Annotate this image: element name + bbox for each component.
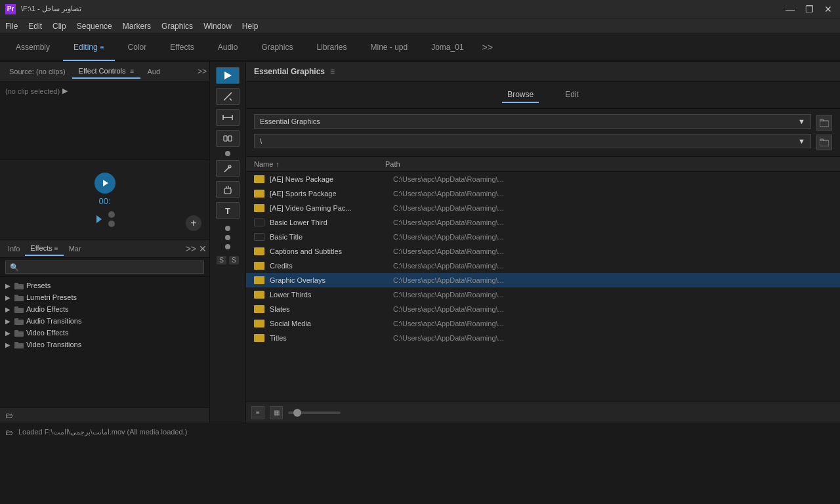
tree-item-audio-transitions[interactable]: ▶ Audio Transitions: [0, 315, 209, 327]
tab-markers[interactable]: Mar: [64, 242, 87, 255]
tab-effect-controls[interactable]: Effect Controls ≡: [72, 64, 141, 79]
eg-tab-browse[interactable]: Browse: [502, 87, 539, 103]
tab-effects[interactable]: Effects: [159, 35, 204, 61]
bottom-bar: 🗁 Loaded F:\امانت\برجمی\اامت.mov (All me…: [0, 423, 840, 441]
menu-markers[interactable]: Markers: [123, 22, 151, 31]
folder-icon: [254, 276, 264, 284]
effects-tabs: Info Effects ≡ Mar >> ✕: [0, 240, 209, 258]
effects-more-button[interactable]: >>: [186, 243, 196, 254]
menu-bar: File Edit Clip Sequence Markers Graphics…: [0, 18, 840, 34]
list-item[interactable]: Lower Thirds C:\Users\apc\AppData\Roamin…: [246, 287, 840, 302]
audio-effects-arrow-icon: ▶: [5, 306, 12, 313]
eg-list-view-button[interactable]: ≡: [251, 406, 264, 419]
tab-effects[interactable]: Effects ≡: [25, 242, 63, 256]
add-button[interactable]: +: [186, 215, 201, 231]
no-clip-label: (no clip selected) ▶: [5, 87, 204, 95]
list-item[interactable]: Social Media C:\Users\apc\AppData\Roamin…: [246, 316, 840, 331]
svg-rect-13: [14, 343, 24, 348]
eg-manage-folder-button[interactable]: [816, 115, 832, 131]
folder-icon: [254, 334, 264, 342]
text-tool-button[interactable]: T: [216, 202, 240, 219]
eg-path-row: \ ▼: [254, 134, 832, 151]
tab-graphics[interactable]: Graphics: [251, 35, 303, 61]
menu-sequence[interactable]: Sequence: [77, 22, 112, 31]
select-tool-button[interactable]: [216, 67, 240, 84]
tab-mine-upd[interactable]: Mine - upd: [360, 35, 418, 61]
no-clip-arrow-icon: ▶: [62, 87, 68, 95]
maximize-button[interactable]: ❐: [803, 4, 816, 14]
effect-controls-menu-icon: ≡: [131, 68, 135, 75]
eg-dropdown-area: Essential Graphics ▼ \ ▼: [246, 109, 840, 157]
left-section: Source: (no clips) Effect Controls ≡ Aud…: [0, 62, 210, 423]
clip-icon: [254, 219, 264, 226]
effects-search-input[interactable]: [5, 261, 204, 274]
svg-rect-11: [14, 331, 24, 337]
tree-item-audio-effects[interactable]: ▶ Audio Effects: [0, 303, 209, 315]
eg-library-dropdown[interactable]: Essential Graphics ▼: [254, 114, 811, 129]
eg-list-header: Name ↑ Path: [246, 157, 840, 172]
menu-clip[interactable]: Clip: [52, 22, 66, 31]
list-item[interactable]: Captions and Subtitles C:\Users\apc\AppD…: [246, 244, 840, 259]
tab-source[interactable]: Source: (no clips): [3, 65, 72, 78]
svg-rect-29: [820, 121, 829, 127]
tab-assembly[interactable]: Assembly: [5, 35, 60, 61]
eg-browse-folder-button[interactable]: [816, 135, 832, 150]
rolling-edit-button[interactable]: [216, 130, 240, 147]
status-text: Loaded F:\امانت\برجمی\اامت.mov (All medi…: [18, 428, 187, 436]
tree-item-video-transitions[interactable]: ▶ Video Transitions: [0, 339, 209, 350]
list-item[interactable]: Graphic Overlays C:\Users\apc\AppData\Ro…: [246, 273, 840, 287]
menu-help[interactable]: Help: [242, 22, 259, 31]
effects-close-button[interactable]: ✕: [199, 243, 207, 254]
minimize-button[interactable]: —: [783, 4, 797, 14]
list-item[interactable]: Basic Title C:\Users\apc\AppData\Roaming…: [246, 230, 840, 244]
ripple-edit-button[interactable]: [216, 109, 240, 126]
bottom-folder-icon[interactable]: 🗁: [5, 428, 13, 437]
audio-transitions-arrow-icon: ▶: [5, 318, 12, 325]
tab-aud[interactable]: Aud: [140, 65, 167, 78]
list-item[interactable]: Basic Lower Third C:\Users\apc\AppData\R…: [246, 215, 840, 230]
eg-grid-view-button[interactable]: ▦: [270, 406, 283, 419]
list-item[interactable]: [AE] Sports Package C:\Users\apc\AppData…: [246, 186, 840, 201]
svg-rect-10: [14, 318, 18, 320]
svg-rect-12: [14, 330, 18, 332]
menu-window[interactable]: Window: [203, 22, 232, 31]
menu-file[interactable]: File: [5, 22, 18, 31]
eg-zoom-slider[interactable]: [288, 411, 341, 414]
tab-joma01[interactable]: Joma_01: [421, 35, 474, 61]
workspace-more-button[interactable]: >>: [477, 39, 498, 55]
hand-tool-button[interactable]: [216, 181, 240, 198]
tree-item-lumetri[interactable]: ▶ Lumetri Presets: [0, 291, 209, 303]
pen-tool-button[interactable]: [216, 160, 240, 177]
effects-panel-folder-icon[interactable]: 🗁: [5, 411, 13, 420]
list-item[interactable]: [AE] News Package C:\Users\apc\AppData\R…: [246, 172, 840, 186]
menu-edit[interactable]: Edit: [28, 22, 42, 31]
window-controls[interactable]: — ❐ ✕: [783, 4, 835, 14]
svg-rect-30: [820, 140, 829, 146]
list-item[interactable]: Credits C:\Users\apc\AppData\Roaming\...: [246, 259, 840, 273]
close-button[interactable]: ✕: [822, 4, 835, 14]
list-item[interactable]: Titles C:\Users\apc\AppData\Roaming\...: [246, 331, 840, 345]
tree-item-video-effects[interactable]: ▶ Video Effects: [0, 327, 209, 339]
s-button-1[interactable]: S: [217, 256, 226, 264]
tab-libraries[interactable]: Libraries: [306, 35, 357, 61]
tab-editing[interactable]: Editing ≡: [63, 35, 115, 61]
tab-audio[interactable]: Audio: [207, 35, 249, 61]
eg-tab-edit[interactable]: Edit: [560, 87, 584, 103]
menu-graphics[interactable]: Graphics: [161, 22, 193, 31]
source-tabs-more[interactable]: >>: [198, 67, 207, 76]
tab-color[interactable]: Color: [117, 35, 158, 61]
video-transitions-folder-icon: [14, 341, 24, 348]
s-button-2[interactable]: S: [229, 256, 239, 264]
tree-item-presets[interactable]: ▶ Presets: [0, 280, 209, 291]
eg-col-name-header[interactable]: Name ↑: [254, 159, 385, 169]
tab-info[interactable]: Info: [3, 242, 25, 255]
eg-menu-icon[interactable]: ≡: [330, 67, 335, 76]
eg-path-dropdown[interactable]: \ ▼: [254, 134, 811, 148]
lumetri-label: Lumetri Presets: [26, 293, 77, 301]
razor-tool-button[interactable]: [216, 88, 240, 105]
list-item[interactable]: Slates C:\Users\apc\AppData\Roaming\...: [246, 302, 840, 316]
ss-buttons: S S: [217, 256, 238, 264]
middle-controls: T S S: [210, 62, 246, 423]
list-item[interactable]: [AE] Video Gaming Pac... C:\Users\apc\Ap…: [246, 201, 840, 215]
folder-icon: [254, 291, 264, 299]
